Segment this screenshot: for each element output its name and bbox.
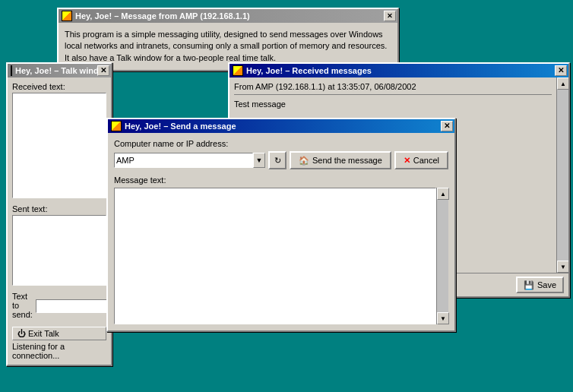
message-from-title: Hey, Joe! – Message from AMP (192.168.1.…	[75, 11, 250, 21]
send-window-icon	[111, 121, 122, 131]
message-from-body: This program is a simple messaging utili…	[65, 30, 387, 62]
send-message-btn[interactable]: 🏠 Send the message	[290, 151, 391, 169]
computer-name-row: ▼ ↻ 🏠 Send the message ✕ Cancel	[114, 151, 448, 169]
message-scrollbar[interactable]: ▲ ▼	[436, 188, 448, 324]
combo-dropdown-btn[interactable]: ▼	[253, 153, 265, 168]
exit-talk-btn[interactable]: ⏻ Exit Talk	[12, 327, 106, 340]
send-window: Hey, Joe! – Send a message ✕ Computer na…	[106, 118, 456, 332]
cancel-label: Cancel	[413, 156, 439, 165]
message-textarea[interactable]	[114, 188, 436, 324]
sent-text-box	[12, 215, 106, 286]
received-text-label: Received text:	[12, 82, 106, 91]
scroll-up-arrow[interactable]: ▲	[557, 77, 568, 90]
talk-icon	[11, 65, 12, 76]
received-close-btn[interactable]: ✕	[555, 65, 567, 76]
message-text-label: Message text:	[114, 175, 448, 185]
send-house-icon: 🏠	[299, 156, 309, 166]
refresh-btn[interactable]: ↻	[268, 151, 286, 169]
msg-scroll-up[interactable]: ▲	[437, 188, 449, 200]
send-title: Hey, Joe! – Send a message	[125, 122, 236, 131]
message-from-titlebar: Hey, Joe! – Message from AMP (192.168.1.…	[59, 9, 397, 23]
msg-scroll-down[interactable]: ▼	[437, 312, 449, 324]
text-to-send-label: Text to send:	[12, 292, 33, 319]
received-scrollbar[interactable]: ▲ ▼	[556, 77, 568, 273]
cancel-btn[interactable]: ✕ Cancel	[394, 151, 448, 169]
received-from-line: From AMP (192.168.1.1) at 13:35:07, 06/0…	[234, 82, 552, 95]
talk-close-btn[interactable]: ✕	[97, 65, 109, 76]
message-from-close-btn[interactable]: ✕	[384, 11, 396, 21]
combo-box: ▼	[114, 153, 265, 168]
save-btn[interactable]: 💾 Save	[516, 277, 564, 293]
exit-talk-label: Exit Talk	[28, 329, 59, 338]
received-text-box	[12, 93, 106, 198]
save-icon: 💾	[524, 280, 534, 290]
message-text-row: ▲ ▼	[114, 188, 448, 324]
message-from-icon	[62, 11, 72, 21]
status-bar: Listening for a connection...	[12, 340, 106, 360]
received-titlebar: Hey, Joe! – Received messages ✕	[230, 64, 568, 77]
refresh-icon: ↻	[274, 156, 281, 166]
received-icon	[233, 65, 243, 76]
exit-talk-icon: ⏻	[17, 329, 26, 338]
scroll-track	[557, 90, 568, 261]
talk-content: Received text: Sent text: Text to send: …	[8, 77, 111, 365]
sent-text-label: Sent text:	[12, 204, 106, 213]
save-label: Save	[537, 280, 556, 289]
send-titlebar: Hey, Joe! – Send a message ✕	[108, 119, 454, 133]
computer-label: Computer name or IP address:	[114, 139, 448, 148]
computer-input[interactable]	[114, 153, 253, 168]
received-msg-text: Test message	[234, 100, 552, 109]
scroll-down-arrow[interactable]: ▼	[557, 261, 568, 273]
talk-window: Hey, Joe! – Talk window ✕ Received text:…	[6, 62, 112, 366]
msg-scroll-track	[437, 200, 448, 312]
send-label: Send the message	[312, 156, 382, 165]
talk-titlebar: Hey, Joe! – Talk window ✕	[8, 64, 111, 77]
send-close-btn[interactable]: ✕	[441, 121, 453, 131]
received-title: Hey, Joe! – Received messages	[246, 66, 372, 75]
send-content: Computer name or IP address: ▼ ↻ 🏠 Send …	[108, 133, 454, 330]
cancel-x-icon: ✕	[404, 156, 410, 166]
talk-title: Hey, Joe! – Talk window	[15, 66, 97, 75]
